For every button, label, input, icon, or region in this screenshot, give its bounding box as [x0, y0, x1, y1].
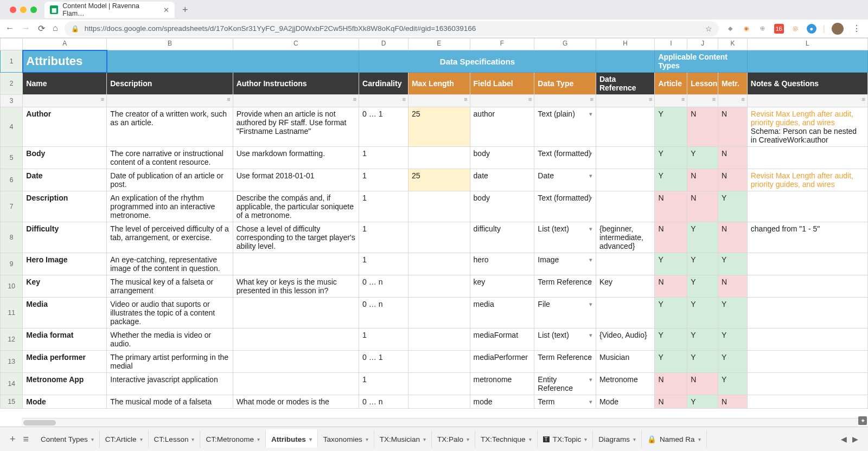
extension-icon[interactable]: ● [807, 24, 816, 34]
filter-icon[interactable]: ≡ [464, 96, 467, 102]
row-number[interactable]: 12 [1, 328, 23, 351]
cell-maxlength[interactable] [408, 222, 470, 253]
cell-name[interactable]: Media performer [23, 351, 107, 373]
cell-article[interactable]: Y [655, 298, 687, 328]
chevron-down-icon[interactable]: ▾ [467, 436, 469, 442]
chevron-down-icon[interactable]: ▾ [423, 436, 426, 442]
cell-metronome[interactable]: Y [718, 351, 748, 373]
cell-article[interactable]: N [655, 373, 687, 395]
cell-fieldlabel[interactable]: body [470, 147, 534, 169]
header-cell[interactable]: Lesson [687, 73, 718, 95]
cell-datatype[interactable]: List (text) [534, 328, 596, 351]
header-cell[interactable]: Max Length [408, 73, 470, 95]
cell-cardinality[interactable]: 0 … 1 [359, 107, 409, 147]
cell-fieldlabel[interactable]: mediaPerformer [470, 351, 534, 373]
cell-metronome[interactable]: Y [718, 328, 748, 351]
chevron-down-icon[interactable]: ▾ [91, 436, 94, 442]
header-cell[interactable]: Metr. [718, 73, 748, 95]
cell-instructions[interactable] [233, 253, 359, 275]
cell-instructions[interactable]: What mode or modes is the [233, 395, 359, 409]
window-controls[interactable] [5, 7, 41, 13]
cell-instructions[interactable] [233, 373, 359, 395]
row-number[interactable]: 8 [1, 222, 23, 253]
cell-description[interactable]: An eye-catching, representative image of… [107, 253, 233, 275]
row-number[interactable]: 9 [1, 253, 23, 275]
close-window-button[interactable] [10, 7, 16, 13]
section-heading[interactable]: Data Specifications [359, 50, 596, 73]
cell-dataref[interactable] [596, 147, 654, 169]
sheet-tab[interactable]: TTX:Topic▾ [538, 430, 593, 448]
cell-article[interactable]: N [655, 395, 687, 409]
cell-datatype[interactable]: Date [534, 169, 596, 191]
cell-lesson[interactable]: Y [687, 253, 718, 275]
cell-cardinality[interactable]: 1 [359, 373, 409, 395]
cell-name[interactable]: Difficulty [23, 222, 107, 253]
filter-cell[interactable]: ≡ [107, 95, 233, 107]
cell-description[interactable]: An explication of the rhythm programmed … [107, 191, 233, 222]
filter-cell[interactable]: ≡ [596, 95, 654, 107]
cell-datatype[interactable]: Term Reference [534, 275, 596, 298]
cell-lesson[interactable]: Y [687, 275, 718, 298]
filter-cell[interactable]: ≡ [359, 95, 409, 107]
filter-cell[interactable]: ≡ [23, 95, 107, 107]
sheet-tab[interactable]: CT:Lesson▾ [149, 430, 201, 448]
cell-cardinality[interactable]: 1 [359, 222, 409, 253]
chevron-down-icon[interactable]: ▾ [633, 436, 636, 442]
cell-metronome[interactable]: N [718, 275, 748, 298]
header-cell[interactable]: Article [655, 73, 687, 95]
cell-cardinality[interactable]: 1 [359, 147, 409, 169]
extension-icon[interactable]: ◆ [725, 24, 735, 34]
cell-dataref[interactable]: Key [596, 275, 654, 298]
profile-avatar[interactable] [832, 23, 844, 35]
close-tab-icon[interactable]: ✕ [163, 6, 169, 14]
cell-description[interactable]: Whether the media is video or audio. [107, 328, 233, 351]
row-number[interactable]: 2 [1, 73, 23, 95]
cell-lesson[interactable]: N [687, 169, 718, 191]
cell-lesson[interactable]: Y [687, 395, 718, 409]
cell-notes[interactable]: Revisit Max Length after audit, priority… [747, 107, 867, 147]
cell-lesson[interactable]: Y [687, 351, 718, 373]
cell-description[interactable]: Date of publication of an article or pos… [107, 169, 233, 191]
cell-instructions[interactable] [233, 328, 359, 351]
cell-name[interactable]: Media format [23, 328, 107, 351]
cell-lesson[interactable]: Y [687, 328, 718, 351]
cell-datatype[interactable]: Image [534, 253, 596, 275]
cell-instructions[interactable] [233, 351, 359, 373]
filter-icon[interactable]: ≡ [227, 96, 230, 102]
minimize-window-button[interactable] [20, 7, 27, 13]
sheet-tab[interactable]: CT:Metronome▾ [200, 430, 266, 448]
cell-metronome[interactable]: N [718, 107, 748, 147]
cell-lesson[interactable]: N [687, 191, 718, 222]
cell-datatype[interactable]: Text (formatted) [534, 191, 596, 222]
row-number[interactable]: 3 [1, 95, 23, 107]
cell-lesson[interactable]: N [687, 107, 718, 147]
back-button[interactable]: ← [5, 23, 14, 34]
col-header[interactable]: I [655, 38, 687, 50]
cell-lesson[interactable]: Y [687, 222, 718, 253]
cell-notes[interactable] [747, 328, 867, 351]
cell-description[interactable]: The musical mode of a falseta [107, 395, 233, 409]
cell-article[interactable]: Y [655, 351, 687, 373]
cell-notes[interactable] [747, 298, 867, 328]
cell-metronome[interactable]: N [718, 395, 748, 409]
cell-maxlength[interactable] [408, 147, 470, 169]
browser-menu-button[interactable]: ⋮ [850, 23, 863, 34]
cell-notes[interactable] [747, 395, 867, 409]
header-cell[interactable]: Data Type [534, 73, 596, 95]
cell-fieldlabel[interactable]: date [470, 169, 534, 191]
explore-button[interactable]: ✦ [858, 416, 867, 425]
cell-instructions[interactable]: Describe the compás and, if applicable, … [233, 191, 359, 222]
chevron-down-icon[interactable]: ▾ [192, 436, 194, 442]
sheet-tab[interactable]: Taxonomies▾ [318, 430, 374, 448]
cell-description[interactable]: The primary artist performing in the med… [107, 351, 233, 373]
cell-name[interactable]: Body [23, 147, 107, 169]
cell-metronome[interactable]: N [718, 169, 748, 191]
cell-datatype[interactable]: List (text) [534, 222, 596, 253]
filter-icon[interactable]: ≡ [353, 96, 356, 102]
sheet-tab[interactable]: CT:Article▾ [100, 430, 149, 448]
cell-name[interactable]: Date [23, 169, 107, 191]
cell-dataref[interactable] [596, 253, 654, 275]
cell-description[interactable]: Video or audio that suports or illustrat… [107, 298, 233, 328]
reload-button[interactable]: ⟳ [38, 23, 45, 34]
cell-datatype[interactable]: Text (plain) [534, 107, 596, 147]
